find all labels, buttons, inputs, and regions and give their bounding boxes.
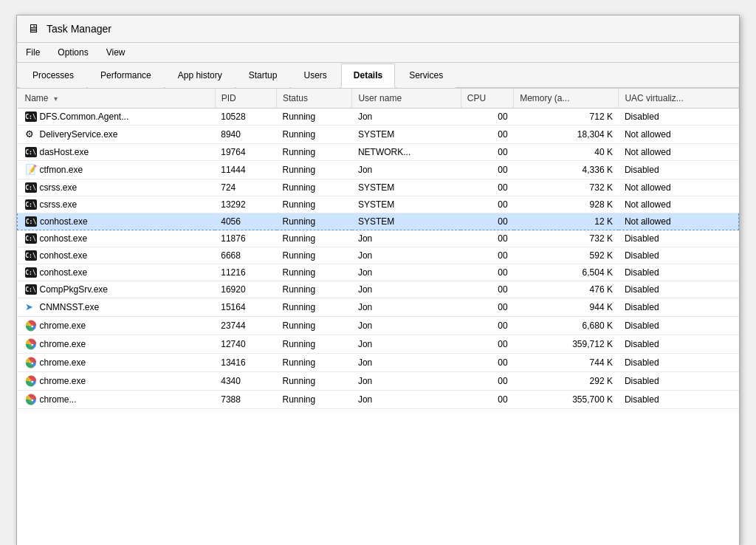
tab-services[interactable]: Services bbox=[396, 64, 456, 88]
cell-cpu: 00 bbox=[461, 161, 513, 179]
cell-status: Running bbox=[277, 354, 352, 372]
col-header-status[interactable]: Status bbox=[277, 89, 352, 109]
table-row[interactable]: C:\ csrss.exe 724 Running SYSTEM 00 732 … bbox=[18, 179, 739, 196]
cell-status: Running bbox=[277, 391, 352, 409]
table-header-row: Name ▾ PID Status User name bbox=[18, 89, 739, 109]
cell-name: C:\ csrss.exe bbox=[18, 179, 216, 196]
cell-status: Running bbox=[277, 196, 352, 213]
cell-memory: 40 K bbox=[514, 144, 619, 161]
cell-pid: 15164 bbox=[215, 298, 276, 317]
cell-status: Running bbox=[277, 144, 352, 161]
tab-startup[interactable]: Startup bbox=[236, 64, 290, 88]
table-row[interactable]: C:\ conhost.exe 6668 Running Jon 00 592 … bbox=[18, 247, 739, 264]
col-header-name[interactable]: Name ▾ bbox=[18, 89, 216, 109]
cell-cpu: 00 bbox=[461, 391, 513, 409]
cell-user: Jon bbox=[352, 298, 461, 317]
cell-name: chrome.exe bbox=[18, 317, 216, 335]
cell-pid: 11876 bbox=[215, 230, 276, 247]
cell-cpu: 00 bbox=[461, 264, 513, 281]
cell-name: C:\ DFS.Common.Agent... bbox=[18, 109, 216, 126]
cell-user: Jon bbox=[352, 391, 461, 409]
col-header-cpu[interactable]: CPU bbox=[461, 89, 513, 109]
tab-processes[interactable]: Processes bbox=[20, 64, 86, 88]
table-row[interactable]: chrome.exe 4340 Running Jon 00 292 K Dis… bbox=[18, 372, 739, 391]
col-header-pid[interactable]: PID bbox=[215, 89, 276, 109]
cell-status: Running bbox=[277, 109, 352, 126]
cell-pid: 10528 bbox=[215, 109, 276, 126]
cell-uac: Disabled bbox=[619, 109, 739, 126]
cell-pid: 13292 bbox=[215, 196, 276, 213]
cell-user: Jon bbox=[352, 317, 461, 335]
table-row[interactable]: chrome.exe 23744 Running Jon 00 6,680 K … bbox=[18, 317, 739, 335]
cell-uac: Disabled bbox=[619, 298, 739, 317]
cell-user: Jon bbox=[352, 161, 461, 179]
col-header-username[interactable]: User name bbox=[352, 89, 461, 109]
col-header-uac[interactable]: UAC virtualiz... bbox=[619, 89, 739, 109]
cell-pid: 724 bbox=[215, 179, 276, 196]
cell-name: ➤ CNMNSST.exe bbox=[18, 298, 216, 317]
cell-memory: 359,712 K bbox=[514, 335, 619, 354]
table-row[interactable]: 📝 ctfmon.exe 11444 Running Jon 00 4,336 … bbox=[18, 161, 739, 179]
cell-pid: 13416 bbox=[215, 354, 276, 372]
menu-bar: File Options View bbox=[17, 43, 739, 63]
cell-name: C:\ dasHost.exe bbox=[18, 144, 216, 161]
process-table: Name ▾ PID Status User name bbox=[17, 89, 739, 409]
cell-cpu: 00 bbox=[461, 354, 513, 372]
table-row[interactable]: C:\ DFS.Common.Agent... 10528 Running Jo… bbox=[18, 109, 739, 126]
tab-app-history[interactable]: App history bbox=[165, 64, 235, 88]
cell-pid: 11216 bbox=[215, 264, 276, 281]
cell-memory: 18,304 K bbox=[514, 126, 619, 144]
table-row[interactable]: C:\ dasHost.exe 19764 Running NETWORK...… bbox=[18, 144, 739, 161]
cell-status: Running bbox=[277, 230, 352, 247]
cell-uac: Disabled bbox=[619, 264, 739, 281]
table-row[interactable]: chrome... 7388 Running Jon 00 355,700 K … bbox=[18, 391, 739, 409]
cell-name: chrome.exe bbox=[18, 372, 216, 391]
cell-uac: Disabled bbox=[619, 317, 739, 335]
tab-performance[interactable]: Performance bbox=[88, 64, 164, 88]
cell-pid: 16920 bbox=[215, 281, 276, 298]
cell-user: Jon bbox=[352, 109, 461, 126]
menu-view[interactable]: View bbox=[103, 46, 128, 59]
table-row[interactable]: C:\ conhost.exe 11216 Running Jon 00 6,5… bbox=[18, 264, 739, 281]
table-row[interactable]: ➤ CNMNSST.exe 15164 Running Jon 00 944 K… bbox=[18, 298, 739, 317]
table-row[interactable]: chrome.exe 13416 Running Jon 00 744 K Di… bbox=[18, 354, 739, 372]
cell-status: Running bbox=[277, 264, 352, 281]
tab-details[interactable]: Details bbox=[341, 64, 395, 88]
cell-name: C:\ conhost.exe bbox=[18, 213, 216, 230]
cell-cpu: 00 bbox=[461, 144, 513, 161]
cell-pid: 19764 bbox=[215, 144, 276, 161]
cell-status: Running bbox=[277, 247, 352, 264]
cell-name: chrome... bbox=[18, 391, 216, 409]
cell-pid: 12740 bbox=[215, 335, 276, 354]
cell-status: Running bbox=[277, 213, 352, 230]
cell-name: C:\ CompPkgSrv.exe bbox=[18, 281, 216, 298]
tab-users[interactable]: Users bbox=[291, 64, 339, 88]
cell-memory: 928 K bbox=[514, 196, 619, 213]
table-row[interactable]: chrome.exe 12740 Running Jon 00 359,712 … bbox=[18, 335, 739, 354]
cell-cpu: 00 bbox=[461, 179, 513, 196]
cell-name: C:\ csrss.exe bbox=[18, 196, 216, 213]
cell-name: C:\ conhost.exe bbox=[18, 230, 216, 247]
table-row[interactable]: C:\ csrss.exe 13292 Running SYSTEM 00 92… bbox=[18, 196, 739, 213]
table-row[interactable]: C:\ conhost.exe 11876 Running Jon 00 732… bbox=[18, 230, 739, 247]
cell-pid: 4056 bbox=[215, 213, 276, 230]
table-row[interactable]: ⚙ DeliveryService.exe 8940 Running SYSTE… bbox=[18, 126, 739, 144]
table-body: C:\ DFS.Common.Agent... 10528 Running Jo… bbox=[18, 109, 739, 409]
col-header-memory[interactable]: Memory (a... bbox=[514, 89, 619, 109]
cell-cpu: 00 bbox=[461, 372, 513, 391]
cell-user: Jon bbox=[352, 354, 461, 372]
menu-file[interactable]: File bbox=[23, 46, 43, 59]
cell-name: C:\ conhost.exe bbox=[18, 247, 216, 264]
cell-memory: 476 K bbox=[514, 281, 619, 298]
table-row[interactable]: C:\ conhost.exe 4056 Running SYSTEM 00 1… bbox=[18, 213, 739, 230]
cell-cpu: 00 bbox=[461, 126, 513, 144]
cell-uac: Disabled bbox=[619, 247, 739, 264]
table-row[interactable]: C:\ CompPkgSrv.exe 16920 Running Jon 00 … bbox=[18, 281, 739, 298]
cell-name: C:\ conhost.exe bbox=[18, 264, 216, 281]
cell-user: SYSTEM bbox=[352, 126, 461, 144]
title-bar: 🖥 Task Manager bbox=[17, 16, 739, 43]
cell-user: Jon bbox=[352, 264, 461, 281]
cell-memory: 592 K bbox=[514, 247, 619, 264]
menu-options[interactable]: Options bbox=[55, 46, 91, 59]
cell-uac: Disabled bbox=[619, 230, 739, 247]
